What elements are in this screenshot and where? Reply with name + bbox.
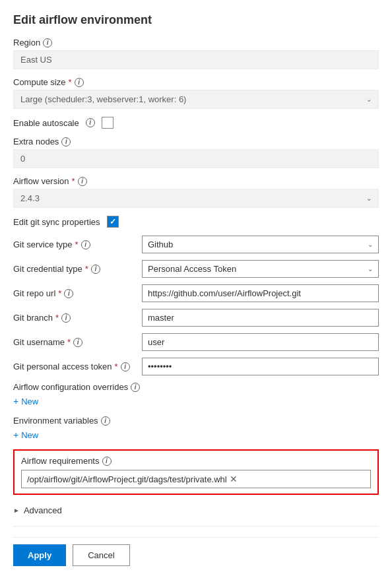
airflow-req-input-row: /opt/airflow/git/AirflowProject.git/dags…	[21, 470, 371, 488]
git-pat-label: Git personal access token	[13, 362, 112, 371]
checkmark-icon: ✓	[110, 217, 116, 226]
git-username-group: Git username * i	[13, 333, 379, 351]
git-repo-url-group: Git repo url * i	[13, 284, 379, 302]
git-service-type-group: Git service type * i Github ⌄	[13, 236, 379, 253]
footer: Apply Cancel	[13, 537, 379, 566]
advanced-section[interactable]: ► Advanced	[13, 501, 379, 519]
env-vars-new-label: New	[21, 430, 38, 440]
git-sync-group: Edit git sync properties ✓	[13, 216, 379, 228]
region-value: East US	[13, 50, 379, 69]
cancel-button[interactable]: Cancel	[73, 544, 129, 566]
git-pat-required: *	[115, 362, 118, 371]
env-vars-group: Environment variables i + New	[13, 416, 379, 441]
airflow-req-info-icon[interactable]: i	[102, 457, 112, 466]
region-group: Region i East US	[13, 38, 379, 69]
advanced-label: Advanced	[24, 505, 62, 515]
git-username-label: Git username	[13, 337, 65, 347]
footer-divider	[13, 526, 379, 527]
git-repo-url-label: Git repo url	[13, 288, 55, 298]
airflow-req-label: Airflow requirements	[21, 456, 100, 466]
airflow-config-plus-icon: +	[13, 396, 18, 406]
airflow-version-required: *	[72, 176, 75, 186]
airflow-version-value: 2.4.3	[20, 193, 40, 203]
compute-size-required: *	[68, 77, 71, 87]
airflow-version-dropdown[interactable]: 2.4.3 ⌄	[13, 189, 379, 208]
airflow-config-new-button[interactable]: + New	[13, 395, 379, 408]
git-credential-type-label: Git credential type	[13, 264, 82, 274]
airflow-config-overrides-group: Airflow configuration overrides i + New	[13, 382, 379, 408]
git-repo-url-required: *	[58, 288, 61, 298]
airflow-config-info-icon[interactable]: i	[131, 383, 140, 392]
git-credential-type-chevron-icon: ⌄	[368, 265, 373, 273]
git-service-type-required: *	[75, 240, 79, 249]
apply-button[interactable]: Apply	[13, 544, 66, 566]
git-branch-label: Git branch	[13, 313, 53, 323]
git-credential-type-value: Personal Access Token	[148, 264, 236, 274]
git-branch-info-icon[interactable]: i	[61, 313, 71, 323]
git-repo-url-input[interactable]	[142, 284, 379, 302]
airflow-config-label: Airflow configuration overrides	[13, 382, 128, 392]
git-service-type-dropdown[interactable]: Github ⌄	[142, 236, 379, 253]
extra-nodes-info-icon[interactable]: i	[61, 137, 71, 146]
airflow-version-group: Airflow version * i 2.4.3 ⌄	[13, 176, 379, 208]
git-pat-group: Git personal access token * i	[13, 358, 379, 375]
git-repo-url-info-icon[interactable]: i	[64, 289, 73, 298]
autoscale-info-icon[interactable]: i	[86, 118, 95, 127]
git-service-type-chevron-icon: ⌄	[368, 241, 373, 248]
git-sync-checkbox[interactable]: ✓	[107, 216, 119, 228]
compute-size-label: Compute size	[13, 77, 65, 87]
git-branch-required: *	[55, 313, 59, 323]
compute-size-chevron-icon: ⌄	[366, 96, 372, 103]
git-sync-label: Edit git sync properties	[13, 217, 100, 227]
region-info-icon[interactable]: i	[43, 38, 52, 48]
git-branch-input[interactable]	[142, 309, 379, 327]
git-username-info-icon[interactable]: i	[73, 338, 82, 347]
advanced-chevron-icon: ►	[13, 507, 20, 514]
git-branch-group: Git branch * i	[13, 309, 379, 327]
git-pat-info-icon[interactable]: i	[121, 362, 130, 371]
env-vars-info-icon[interactable]: i	[101, 416, 110, 426]
compute-size-dropdown[interactable]: Large (scheduler:3, webserver:1, worker:…	[13, 90, 379, 109]
region-label: Region	[13, 38, 40, 48]
extra-nodes-value: 0	[13, 149, 379, 168]
airflow-version-label: Airflow version	[13, 176, 69, 186]
airflow-config-new-label: New	[21, 397, 38, 406]
airflow-req-tag: /opt/airflow/git/AirflowProject.git/dags…	[27, 474, 238, 484]
git-username-required: *	[67, 337, 71, 347]
airflow-version-info-icon[interactable]: i	[78, 177, 87, 186]
git-service-type-info-icon[interactable]: i	[81, 240, 90, 249]
git-credential-type-dropdown[interactable]: Personal Access Token ⌄	[142, 260, 379, 278]
git-credential-type-required: *	[85, 264, 88, 274]
env-vars-label: Environment variables	[13, 416, 98, 426]
git-credential-type-group: Git credential type * i Personal Access …	[13, 260, 379, 278]
git-username-input[interactable]	[142, 333, 379, 351]
autoscale-label: Enable autoscale	[13, 118, 79, 128]
env-vars-new-button[interactable]: + New	[13, 428, 379, 441]
extra-nodes-group: Extra nodes i 0	[13, 137, 379, 168]
git-credential-type-info-icon[interactable]: i	[91, 265, 100, 274]
compute-size-info-icon[interactable]: i	[75, 78, 84, 87]
compute-size-group: Compute size * i Large (scheduler:3, web…	[13, 77, 379, 109]
airflow-req-tag-value: /opt/airflow/git/AirflowProject.git/dags…	[27, 474, 227, 484]
airflow-version-chevron-icon: ⌄	[366, 195, 372, 202]
autoscale-group: Enable autoscale i	[13, 117, 379, 129]
git-service-type-label: Git service type	[13, 240, 73, 249]
autoscale-checkbox[interactable]	[102, 117, 114, 129]
git-service-type-value: Github	[148, 240, 173, 249]
env-vars-plus-icon: +	[13, 430, 18, 440]
extra-nodes-label: Extra nodes	[13, 137, 59, 146]
page-title: Edit airflow environment	[13, 13, 379, 27]
compute-size-value: Large (scheduler:3, webserver:1, worker:…	[20, 94, 186, 104]
airflow-requirements-section: Airflow requirements i /opt/airflow/git/…	[13, 449, 379, 495]
airflow-req-remove-button[interactable]: ✕	[230, 474, 238, 484]
git-pat-input[interactable]	[142, 358, 379, 375]
